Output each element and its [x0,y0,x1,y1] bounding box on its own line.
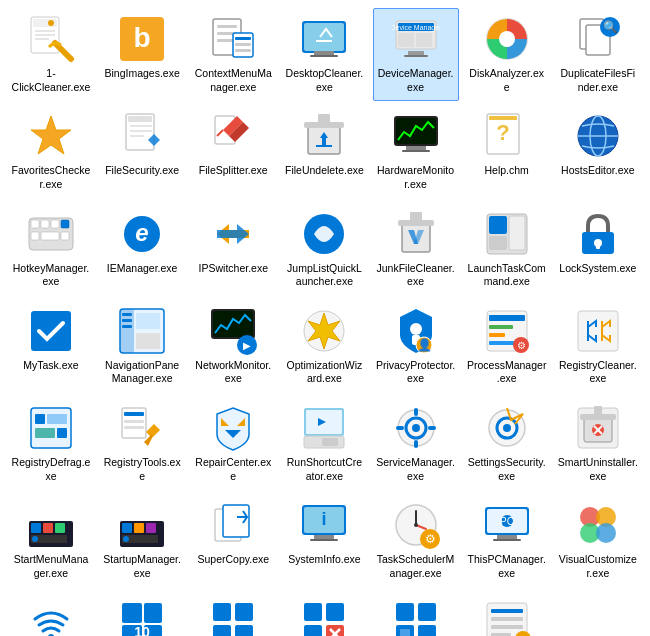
icon-label-iemanager: IEManager.exe [107,262,178,276]
icon-item-fileundelete[interactable]: FileUndelete.exe [281,105,367,198]
svg-rect-59 [31,232,39,240]
icon-grid: 1-ClickCleaner.exebBingImages.exeContext… [8,8,642,636]
svg-text:🔍: 🔍 [602,19,617,34]
icon-item-iemanager[interactable]: eIEManager.exe [99,203,185,296]
svg-rect-79 [122,319,132,322]
svg-marker-33 [31,116,71,154]
svg-rect-104 [57,428,67,438]
svg-rect-95 [489,333,505,337]
icon-label-navpanemanager: NavigationPaneManager.exe [102,359,182,386]
svg-rect-17 [304,23,344,51]
icon-item-windows10manager[interactable]: 10Windows10Manager.exe [99,592,185,636]
icon-item-visualcustomizer[interactable]: VisualCustomizer.exe [555,494,641,587]
icon-item-desktopcleaner[interactable]: DesktopCleaner.exe [281,8,367,101]
icon-item-privacyprotector[interactable]: 👤PrivacyProtector.exe [373,300,459,393]
svg-rect-78 [122,313,132,316]
icon-label-hardwaremonitor: HardwareMonitor.exe [376,164,456,191]
icon-item-ipswitcher[interactable]: IPSwitcher.exe [190,203,276,296]
icon-item-windowsappuninstaller[interactable]: WindowsAppUninstaller.exe [281,592,367,636]
icon-item-launchtask[interactable]: LaunchTaskCommand.exe [464,203,550,296]
icon-item-bingimages[interactable]: bBingImages.exe [99,8,185,101]
svg-rect-139 [146,523,156,533]
svg-rect-146 [314,535,334,539]
icon-image-smartuninstaller [574,404,622,452]
icon-item-hostseditor[interactable]: HostsEditor.exe [555,105,641,198]
icon-label-jumplistlauncher: JumpListQuickLauncher.exe [284,262,364,289]
svg-rect-57 [51,220,59,228]
icon-item-windowsappsettings[interactable]: WindowsAppSettings.exe [190,592,276,636]
svg-rect-166 [122,603,142,623]
icon-image-hostseditor [574,112,622,160]
svg-rect-174 [235,625,253,636]
icon-label-registrytools: RegistryTools.exe [102,456,182,483]
icon-item-help[interactable]: ?Help.chm [464,105,550,198]
icon-item-networkmonitor[interactable]: ▶NetworkMonitor.exe [190,300,276,393]
icon-item-startmenumanager[interactable]: StartMenuManager.exe [8,494,94,587]
icon-item-diskanalyzer[interactable]: DiskAnalyzer.exe [464,8,550,101]
icon-item-hardwaremonitor[interactable]: HardwareMonitor.exe [373,105,459,198]
icon-label-hostseditor: HostsEditor.exe [561,164,635,178]
icon-item-runshortcutcreator[interactable]: RunShortcutCreator.exe [281,397,367,490]
icon-item-registrydefrag[interactable]: RegistryDefrag.exe [8,397,94,490]
icon-item-taskscheduler[interactable]: ⚙TaskSchedulerManager.exe [373,494,459,587]
icon-item-favoriteschecker[interactable]: FavoritesChecker.exe [8,105,94,198]
icon-item-filesecurity[interactable]: FileSecurity.exe [99,105,185,198]
icon-item-settingssecurity[interactable]: SettingsSecurity.exe [464,397,550,490]
svg-text:▶: ▶ [243,340,251,351]
svg-rect-14 [235,43,251,46]
icon-item-devicemanager[interactable]: Device ManagerDeviceManager.exe [373,8,459,101]
svg-point-115 [412,424,420,432]
icon-item-processmanager[interactable]: ⚙ProcessManager.exe [464,300,550,393]
icon-item-filesplitter[interactable]: FileSplitter.exe [190,105,276,198]
icon-image-visualcustomizer [574,501,622,549]
svg-text:i: i [322,509,327,529]
icon-item-contextmenu[interactable]: ContextMenuManager.exe [190,8,276,101]
icon-item-supercopy[interactable]: SuperCopy.exe [190,494,276,587]
icon-item-windowsutilities[interactable]: WindowsUtilities.exe [373,592,459,636]
icon-item-registrytools[interactable]: RegistryTools.exe [99,397,185,490]
icon-item-systeminfo[interactable]: iSystemInfo.exe [281,494,367,587]
svg-rect-15 [235,49,251,52]
icon-item-1clickcleaner[interactable]: 1-ClickCleaner.exe [8,8,94,101]
icon-label-hotkeymanager: HotkeyManager.exe [11,262,91,289]
svg-point-88 [410,323,422,335]
icon-item-locksystem[interactable]: LockSystem.exe [555,203,641,296]
svg-text:⚙: ⚙ [516,340,525,351]
icon-item-registrycleaner[interactable]: RegistryCleaner.exe [555,300,641,393]
icon-image-registrycleaner [574,307,622,355]
icon-item-jumplistlauncher[interactable]: JumpListQuickLauncher.exe [281,203,367,296]
icon-item-mytask[interactable]: MyTask.exe [8,300,94,393]
icon-item-navpanemanager[interactable]: NavigationPaneManager.exe [99,300,185,393]
icon-item-wifimanager[interactable]: WiFiManager.exe [8,592,94,636]
svg-rect-71 [509,216,525,250]
svg-text:⚙: ⚙ [424,532,435,546]
svg-rect-60 [41,232,59,240]
icon-item-duplicatefiles[interactable]: 🔍DuplicateFilesFinder.exe [555,8,641,101]
icon-label-duplicatefiles: DuplicateFilesFinder.exe [558,67,638,94]
icon-label-1clickcleaner: 1-ClickCleaner.exe [11,67,91,94]
icon-item-servicemanager[interactable]: ServiceManager.exe [373,397,459,490]
icon-item-smartuninstaller[interactable]: SmartUninstaller.exe [555,397,641,490]
icon-label-desktopcleaner: DesktopCleaner.exe [284,67,364,94]
icon-image-hotkeymanager [27,210,75,258]
icon-item-junkfilecleaner[interactable]: JunkFileCleaner.exe [373,203,459,296]
icon-image-bingimages: b [118,15,166,63]
icon-label-optimizationwizard: OptimizationWizard.exe [284,359,364,386]
icon-item-winxmenueditor[interactable]: ✎WinXMenuEditor.exe [464,592,550,636]
svg-rect-24 [416,33,432,47]
icon-label-thispcmanager: ThisPCManager.exe [467,553,547,580]
icon-item-repaircenter[interactable]: RepairCenter.exe [190,397,276,490]
icon-item-hotkeymanager[interactable]: HotkeyManager.exe [8,203,94,296]
svg-text:👤: 👤 [416,337,431,352]
icon-label-startmenumanager: StartMenuManager.exe [11,553,91,580]
icon-item-startupmanager[interactable]: StartupManager.exe [99,494,185,587]
icon-label-bingimages: BingImages.exe [104,67,179,81]
icon-image-locksystem [574,210,622,258]
svg-rect-69 [489,216,507,234]
icon-label-repaircenter: RepairCenter.exe [193,456,273,483]
svg-rect-171 [213,603,231,621]
icon-label-launchtask: LaunchTaskCommand.exe [467,262,547,289]
icon-item-optimizationwizard[interactable]: OptimizationWizard.exe [281,300,367,393]
icon-item-thispcmanager[interactable]: PCThisPCManager.exe [464,494,550,587]
icon-image-jumplistlauncher [300,210,348,258]
